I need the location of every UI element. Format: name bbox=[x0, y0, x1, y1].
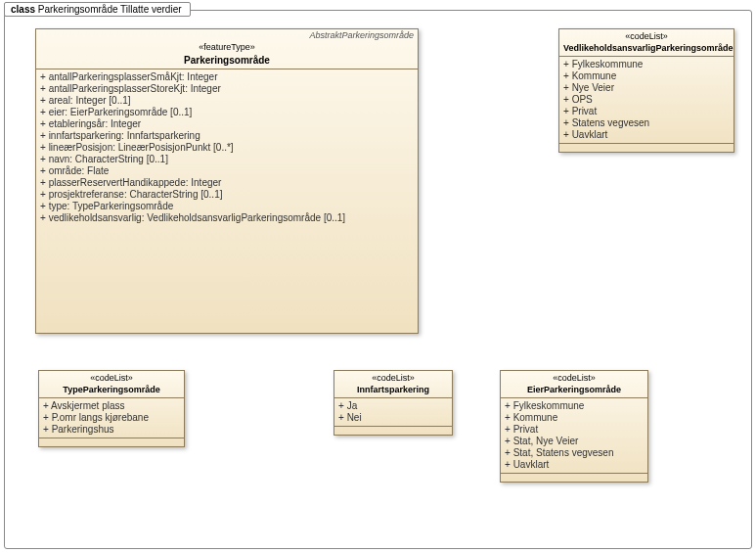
diagram-frame: class Parkeringsområde Tillatte verdier … bbox=[4, 10, 752, 549]
attribute-list: Fylkeskommune Kommune Privat Stat, Nye V… bbox=[501, 398, 647, 473]
attribute-list: Avskjermet plass P.omr langs kjørebane P… bbox=[39, 398, 184, 438]
class-header: «codeList» EierParkeringsområde bbox=[501, 371, 647, 398]
attr: Statens vegvesen bbox=[563, 117, 730, 129]
attr: plasserReservertHandikappede: Integer bbox=[40, 177, 414, 189]
class-vedlikeholdsansvarlig[interactable]: «codeList» VedlikeholdsansvarligParkerin… bbox=[558, 28, 734, 153]
class-typeparkeringsomrade[interactable]: «codeList» TypeParkeringsområde Avskjerm… bbox=[38, 370, 185, 447]
attr: areal: Integer [0..1] bbox=[40, 95, 414, 107]
attr: Privat bbox=[505, 424, 644, 436]
attr: P.omr langs kjørebane bbox=[43, 412, 180, 424]
attr: antallParkeringsplasserStoreKjt: Integer bbox=[40, 83, 414, 95]
class-innfartsparkering[interactable]: «codeList» Innfartsparkering Ja Nei bbox=[334, 370, 453, 436]
attr: lineærPosisjon: LineærPosisjonPunkt [0..… bbox=[40, 142, 414, 154]
attribute-list: Ja Nei bbox=[334, 398, 452, 426]
attr: Uavklart bbox=[563, 129, 730, 141]
attr: Stat, Nye Veier bbox=[505, 436, 644, 447]
class-header: «codeList» TypeParkeringsområde bbox=[39, 371, 184, 398]
attr: Fylkeskommune bbox=[505, 400, 644, 412]
attr: Ja bbox=[338, 400, 448, 412]
diagram-title: class Parkeringsområde Tillatte verdier bbox=[4, 2, 191, 17]
attribute-list: Fylkeskommune Kommune Nye Veier OPS Priv… bbox=[559, 57, 734, 143]
attr: innfartsparkering: Innfartsparkering bbox=[40, 130, 414, 142]
attr: Avskjermet plass bbox=[43, 400, 180, 412]
attr: Parkeringshus bbox=[43, 424, 180, 436]
attribute-list: antallParkeringsplasserSmåKjt: Integer a… bbox=[36, 69, 418, 226]
attr: Fylkeskommune bbox=[563, 59, 730, 70]
attr: Privat bbox=[563, 106, 730, 117]
class-eierparkeringsomrade[interactable]: «codeList» EierParkeringsområde Fylkesko… bbox=[500, 370, 648, 483]
attr: prosjektreferanse: CharacterString [0..1… bbox=[40, 189, 414, 201]
attr: eier: EierParkeringsområde [0..1] bbox=[40, 107, 414, 118]
class-parkeringsomrade[interactable]: AbstraktParkeringsområde «featureType» P… bbox=[35, 28, 419, 334]
attr: navn: CharacterString [0..1] bbox=[40, 154, 414, 165]
attr: etableringsår: Integer bbox=[40, 118, 414, 130]
attr: antallParkeringsplasserSmåKjt: Integer bbox=[40, 71, 414, 83]
attr: vedlikeholdsansvarlig: Vedlikeholdsansva… bbox=[40, 212, 414, 224]
attr: Nei bbox=[338, 412, 448, 424]
attr: Uavklart bbox=[505, 459, 644, 471]
class-header: «codeList» VedlikeholdsansvarligParkerin… bbox=[559, 29, 734, 57]
attr: Nye Veier bbox=[563, 82, 730, 94]
attr: type: TypeParkeringsområde bbox=[40, 201, 414, 212]
attr: Stat, Statens vegvesen bbox=[505, 447, 644, 459]
class-header: «featureType» Parkeringsområde bbox=[36, 40, 418, 69]
attr: Kommune bbox=[563, 70, 730, 82]
attr: Kommune bbox=[505, 412, 644, 424]
attr: OPS bbox=[563, 94, 730, 106]
class-header: «codeList» Innfartsparkering bbox=[334, 371, 452, 398]
parent-label: AbstraktParkeringsområde bbox=[36, 29, 418, 40]
attr: område: Flate bbox=[40, 165, 414, 177]
